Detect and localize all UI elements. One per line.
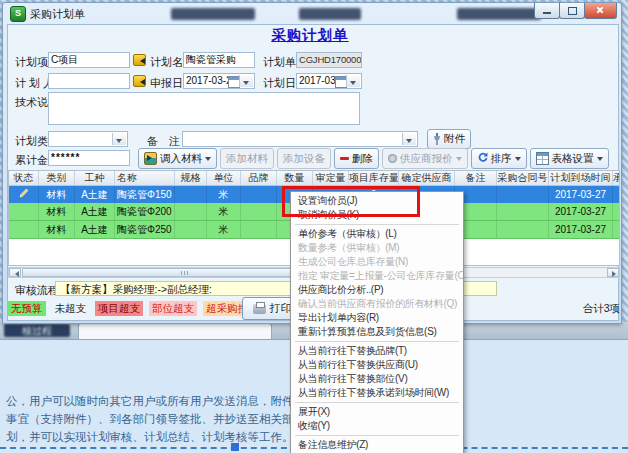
print-label: 打印	[270, 301, 292, 316]
screen: 核过程 公，用户可以随时向其它用户或所有用户发送消息，附件。接收人只要在线就可事…	[0, 0, 628, 453]
column-header[interactable]: 项目库存量	[349, 171, 399, 185]
column-header[interactable]: 计划到场时间	[549, 171, 613, 185]
legend-badge: 无预算	[8, 301, 46, 316]
menu-item[interactable]: 展开(X)	[291, 405, 463, 419]
toolbar-button-表格设置[interactable]: 表格设置	[530, 148, 609, 169]
menu-item[interactable]: 从当前行往下替换承诺到场时间(W)	[291, 386, 463, 400]
plan-date-input[interactable]: 2017-03-27	[296, 73, 362, 89]
attachment-button[interactable]: 附件	[427, 129, 471, 149]
toolbar-button-添加设备: 添加设备	[277, 148, 331, 169]
toolbar-button-调入材料[interactable]: 调入材料	[138, 148, 217, 169]
menu-separator	[295, 402, 459, 403]
titlebar[interactable]: S 采购计划单	[3, 3, 621, 23]
toolbar-button-label: 调入材料	[160, 152, 202, 166]
column-header[interactable]: 确定供应商	[399, 171, 455, 185]
menu-separator	[295, 341, 459, 342]
column-header[interactable]: 名称	[115, 171, 175, 185]
menu-item[interactable]: 从当前行往下替换部位(V)	[291, 372, 463, 386]
table-cell[interactable]	[175, 186, 207, 203]
table-cell[interactable]	[241, 221, 277, 238]
declare-date-input[interactable]: 2017-03-24	[183, 73, 255, 89]
chevron-down-icon[interactable]	[112, 133, 126, 145]
table-cell[interactable]	[175, 221, 207, 238]
table-cell[interactable]: 米	[207, 221, 241, 238]
chevron-down-icon[interactable]	[402, 133, 416, 145]
table-cell[interactable]	[613, 203, 620, 220]
table-cell[interactable]: 2017-03-27	[549, 221, 613, 238]
menu-item: 生成公司仓库总库存量(N)	[291, 255, 463, 269]
dropdown-arrow-icon	[515, 157, 521, 164]
close-button[interactable]	[584, 3, 617, 19]
table-cell[interactable]	[9, 221, 39, 238]
column-header[interactable]: 品牌	[241, 171, 277, 185]
table-cell[interactable]	[497, 203, 549, 220]
plan-type-select[interactable]	[48, 131, 128, 147]
menu-separator	[295, 435, 459, 436]
minus-icon	[340, 157, 349, 160]
menu-item[interactable]: 从当前行往下替换供应商(U)	[291, 358, 463, 372]
toolbar-button-删除[interactable]: 删除	[334, 148, 379, 169]
scroll-right-arrow-icon[interactable]	[607, 268, 619, 277]
menu-item[interactable]: 单价参考（供审核）(L)	[291, 227, 463, 241]
table-cell[interactable]	[497, 221, 549, 238]
column-header[interactable]: 数量	[277, 171, 313, 185]
table-cell[interactable]	[175, 203, 207, 220]
column-header[interactable]: 审定量	[313, 171, 349, 185]
plan-name-input[interactable]: 陶瓷管采购	[183, 52, 255, 68]
plan-project-input[interactable]: C项目	[48, 52, 130, 68]
grid-icon	[536, 152, 549, 165]
table-cell[interactable]: 陶瓷管Φ200	[115, 203, 175, 220]
toolbar-button-label: 供应商报价	[400, 152, 453, 166]
menu-item[interactable]: 供应商比价分析..(P)	[291, 283, 463, 297]
lookup-icon[interactable]	[133, 75, 146, 87]
menu-item[interactable]: 备注信息维护(Z)	[291, 438, 463, 452]
column-header[interactable]: 单位	[207, 171, 241, 185]
row-status-cell[interactable]	[9, 186, 39, 203]
menu-item[interactable]: 重新计算预算信息及到货信息(S)	[291, 325, 463, 339]
legend-badge: 部位超支	[149, 301, 197, 316]
column-header[interactable]: 状态	[9, 171, 39, 185]
table-cell[interactable]: A土建	[75, 221, 115, 238]
tech-note-textarea[interactable]	[48, 92, 360, 125]
menu-item[interactable]: 从当前行往下替换品牌(T)	[291, 344, 463, 358]
scroll-left-arrow-icon[interactable]	[9, 268, 21, 277]
column-header[interactable]: 承诺到场时间	[613, 171, 620, 185]
table-cell[interactable]	[9, 203, 39, 220]
table-cell[interactable]	[613, 221, 620, 238]
table-cell[interactable]: 材料	[39, 203, 75, 220]
column-header[interactable]: 采购合同号	[497, 171, 549, 185]
table-cell[interactable]: 2017-03-27	[549, 186, 613, 203]
table-cell[interactable]: 米	[207, 203, 241, 220]
table-cell[interactable]: 2017-03-27	[549, 203, 613, 220]
column-header[interactable]: 规格	[175, 171, 207, 185]
plan-no-field: CGJHD17000013	[296, 52, 362, 68]
table-cell[interactable]	[241, 186, 277, 203]
chevron-down-icon[interactable]	[239, 75, 253, 87]
maximize-icon	[568, 7, 577, 15]
lookup-icon[interactable]	[133, 54, 146, 66]
dropdown-arrow-icon	[456, 157, 462, 164]
planner-input[interactable]	[48, 73, 130, 89]
table-cell[interactable]: A土建	[75, 203, 115, 220]
menu-item: 数量参考（供审核）(M)	[291, 241, 463, 255]
column-header[interactable]: 类别	[39, 171, 75, 185]
table-cell[interactable]	[497, 186, 549, 203]
table-cell[interactable]	[613, 186, 620, 203]
table-cell[interactable]: 材料	[39, 186, 75, 203]
column-header[interactable]: 工种	[75, 171, 115, 185]
minimize-button[interactable]	[534, 3, 560, 19]
menu-item[interactable]: 收缩(Y)	[291, 419, 463, 433]
table-cell[interactable]: 材料	[39, 221, 75, 238]
table-cell[interactable]: 陶瓷管Φ250	[115, 221, 175, 238]
table-cell[interactable]: 米	[207, 186, 241, 203]
remark-select[interactable]	[182, 131, 418, 147]
table-cell[interactable]: A土建	[75, 186, 115, 203]
divider-handle	[231, 443, 239, 451]
toolbar-button-排序[interactable]: 排序	[471, 148, 527, 169]
table-cell[interactable]: 陶瓷管Φ150	[115, 186, 175, 203]
maximize-button[interactable]	[559, 3, 585, 19]
column-header[interactable]: 备注	[455, 171, 497, 185]
chevron-down-icon[interactable]	[346, 75, 360, 87]
table-cell[interactable]	[241, 203, 277, 220]
menu-item[interactable]: 导出计划单内容(R)	[291, 311, 463, 325]
